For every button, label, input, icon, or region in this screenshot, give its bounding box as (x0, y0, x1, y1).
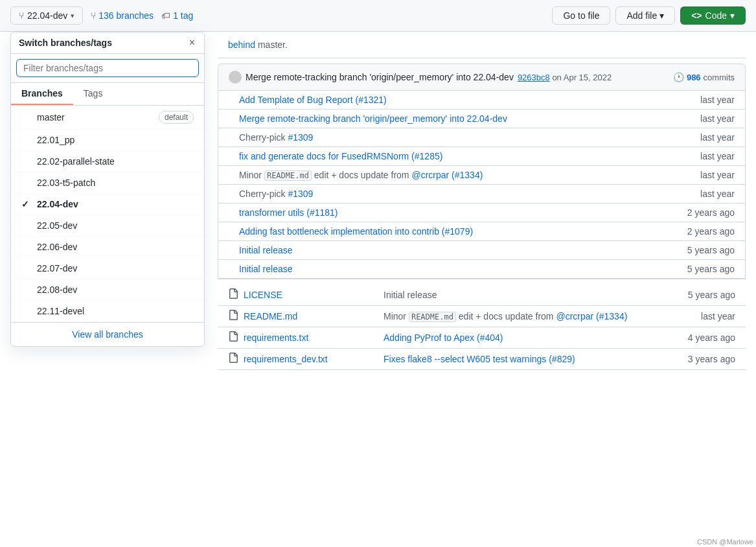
commit-row: Minor README.md edit + docs update from … (218, 166, 745, 185)
branch-name: 22.11-devel (37, 306, 194, 316)
branch-name: master (37, 112, 159, 122)
file-time: last year (677, 311, 735, 321)
repo-content: behind master. Merge remote-tracking bra… (207, 32, 756, 370)
commit-meta: 9263bc8 on Apr 15, 2022 (518, 73, 612, 82)
commit-history-msg: Adding fast bottleneck implementation in… (229, 226, 676, 237)
branches-count: ⑂ 136 branches (91, 10, 154, 21)
branch-name: 22.08-dev (37, 285, 194, 295)
tag-link[interactable]: 1 tag (173, 10, 193, 21)
check-icon (21, 178, 32, 188)
commit-history-time: last year (676, 189, 735, 199)
user-link[interactable]: @crcrpar (411, 170, 449, 180)
pr-link[interactable]: (#1334) (596, 311, 627, 321)
commit-count: 🕐 986 commits (673, 72, 735, 82)
file-commit-msg: Adding PyProf to Apex (#404) (373, 332, 677, 343)
add-file-button[interactable]: Add file ▾ (615, 6, 675, 25)
commit-history-link[interactable]: Merge remote-tracking branch 'origin/pee… (239, 113, 507, 124)
file-icon (228, 331, 238, 344)
branch-name: 22.04-dev (37, 199, 194, 209)
pr-link[interactable]: (#1334) (452, 170, 483, 180)
view-all-branches-anchor[interactable]: View all branches (72, 329, 143, 340)
dropdown-header: Switch branches/tags × (11, 32, 204, 54)
search-input-wrap (11, 54, 204, 83)
commit-history-link[interactable]: transformer utils (#1181) (239, 207, 338, 218)
active-check-icon: ✓ (21, 199, 32, 209)
file-time: 3 years ago (677, 354, 735, 364)
branch-item-22.03-t5-patch[interactable]: 22.03-t5-patch (11, 172, 204, 194)
commit-history-msg: Merge remote-tracking branch 'origin/pee… (229, 113, 676, 124)
branch-item-22.04-dev[interactable]: ✓ 22.04-dev (11, 194, 204, 215)
commit-link[interactable]: Adding PyProf to Apex (#404) (384, 332, 503, 343)
file-row-readme: README.md Minor README.md edit + docs up… (218, 306, 746, 327)
file-table: LICENSE Initial release 5 years ago READ… (218, 285, 746, 370)
commit-history-time: last year (676, 151, 735, 161)
commit-history-msg: Add Template of Bug Report (#1321) (229, 95, 676, 105)
branches-link[interactable]: 136 branches (98, 10, 154, 21)
tab-branches[interactable]: Branches (11, 83, 73, 105)
history-icon: 🕐 (673, 72, 684, 82)
main-content: Switch branches/tags × Branches Tags mas… (0, 32, 756, 370)
code-icon: <> (691, 10, 702, 21)
file-commit-msg: Fixes flake8 --select W605 test warnings… (373, 354, 677, 364)
commit-history-time: last year (676, 113, 735, 124)
branch-search-input[interactable] (16, 59, 199, 77)
commit-pr-link[interactable]: #1309 (288, 189, 313, 199)
branch-item-22.01_pp[interactable]: 22.01_pp (11, 130, 204, 151)
branch-item-22.07-dev[interactable]: 22.07-dev (11, 258, 204, 279)
add-file-arrow: ▾ (659, 10, 664, 21)
commit-pr-link[interactable]: #1309 (288, 132, 313, 143)
check-icon (21, 306, 32, 316)
branch-name: 22.03-t5-patch (37, 178, 194, 188)
file-name-requirements[interactable]: requirements.txt (244, 332, 373, 343)
commit-history-link[interactable]: Initial release (239, 264, 293, 274)
branch-item-22.11-devel[interactable]: 22.11-devel (11, 301, 204, 322)
commit-row: Add Template of Bug Report (#1321) last … (218, 91, 745, 110)
commit-history-link[interactable]: Adding fast bottleneck implementation in… (239, 226, 473, 237)
view-all-branches-link[interactable]: View all branches (11, 322, 204, 346)
branch-selector-button[interactable]: ⑂ 22.04-dev ▾ (10, 6, 83, 25)
check-icon (21, 285, 32, 295)
close-dropdown-button[interactable]: × (188, 38, 196, 48)
commit-history-link[interactable]: Initial release (239, 245, 293, 255)
file-name-license[interactable]: LICENSE (244, 290, 373, 300)
file-row-license: LICENSE Initial release 5 years ago (218, 285, 746, 306)
file-time: 4 years ago (677, 332, 735, 343)
code-arrow: ▾ (730, 10, 735, 21)
branch-list: master default 22.01_pp 22.02-parallel-s… (11, 106, 204, 322)
branches-icon: ⑂ (91, 10, 96, 21)
user-link[interactable]: @crcrpar (556, 311, 593, 321)
branch-dropdown-arrow: ▾ (71, 12, 74, 20)
check-icon (21, 220, 32, 231)
branch-item-22.02-parallel-state[interactable]: 22.02-parallel-state (11, 151, 204, 172)
tab-tags[interactable]: Tags (73, 83, 113, 105)
commit-hash-link[interactable]: 9263bc8 (518, 73, 550, 82)
commit-history-link[interactable]: fix and generate docs for FusedRMSNorm (… (239, 151, 442, 161)
commits-count-link[interactable]: 986 (687, 73, 701, 82)
file-name-requirements-dev[interactable]: requirements_dev.txt (244, 354, 373, 364)
branch-item-22.06-dev[interactable]: 22.06-dev (11, 237, 204, 258)
commit-row: transformer utils (#1181) 2 years ago (218, 204, 745, 222)
branch-item-22.05-dev[interactable]: 22.05-dev (11, 215, 204, 237)
behind-notice: behind master. (218, 32, 746, 58)
file-name-readme[interactable]: README.md (244, 311, 373, 321)
commit-history-msg: fix and generate docs for FusedRMSNorm (… (229, 151, 676, 161)
file-commit-msg: Minor README.md edit + docs update from … (373, 311, 677, 321)
commits-label: commits (704, 73, 735, 82)
branch-item-master[interactable]: master default (11, 106, 204, 130)
commit-row: Merge remote-tracking branch 'origin/pee… (218, 110, 745, 128)
commit-history-time: last year (676, 170, 735, 180)
commit-link[interactable]: Fixes flake8 --select W605 test warnings… (384, 354, 575, 364)
commit-history-time: 5 years ago (676, 245, 735, 255)
commit-history: Add Template of Bug Report (#1321) last … (218, 91, 746, 279)
commit-history-link[interactable]: Add Template of Bug Report (#1321) (239, 95, 387, 105)
commit-row: Initial release 5 years ago (218, 260, 745, 279)
branch-item-22.08-dev[interactable]: 22.08-dev (11, 279, 204, 301)
go-to-file-button[interactable]: Go to file (552, 6, 610, 25)
current-branch-label: 22.04-dev (27, 10, 67, 21)
commit-message: Merge remote-tracking branch 'origin/pee… (246, 72, 514, 82)
commit-row: Initial release 5 years ago (218, 241, 745, 260)
commit-history-time: 2 years ago (676, 207, 735, 218)
commit-avatar (229, 71, 242, 84)
behind-link[interactable]: behind (228, 40, 255, 50)
code-button[interactable]: <> Code ▾ (680, 6, 746, 25)
